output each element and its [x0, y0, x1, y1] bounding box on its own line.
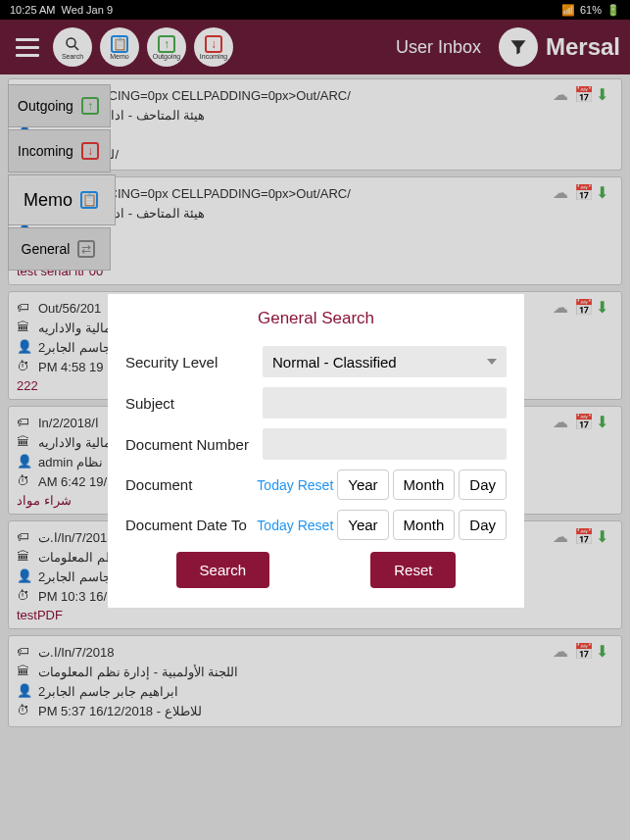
- subject-input[interactable]: [263, 387, 507, 419]
- month-from[interactable]: Month: [393, 469, 456, 500]
- today-link-to[interactable]: Today: [257, 518, 293, 533]
- security-level-label: Security Level: [125, 354, 263, 371]
- doc-date-to-label: Document Date To: [125, 517, 257, 533]
- chevron-down-icon: [487, 359, 497, 365]
- today-link-from[interactable]: Today: [257, 477, 293, 493]
- day-from[interactable]: Day: [459, 469, 507, 500]
- year-from[interactable]: Year: [337, 469, 388, 500]
- subject-label: Subject: [125, 395, 263, 412]
- doc-date-label: Document: [125, 476, 257, 493]
- security-level-select[interactable]: Normal - Classified: [263, 346, 507, 377]
- month-to[interactable]: Month: [393, 510, 456, 540]
- reset-button[interactable]: Reset: [370, 552, 456, 588]
- reset-link-from[interactable]: Reset: [298, 477, 334, 493]
- day-to[interactable]: Day: [459, 510, 507, 540]
- year-to[interactable]: Year: [337, 510, 388, 540]
- doc-number-label: Document Number: [125, 436, 263, 453]
- search-button[interactable]: Search: [176, 552, 270, 588]
- modal-title: General Search: [125, 309, 507, 328]
- doc-number-input[interactable]: [263, 428, 507, 460]
- reset-link-to[interactable]: Reset: [298, 518, 334, 533]
- general-search-modal: General Search Security Level Normal - C…: [108, 294, 524, 608]
